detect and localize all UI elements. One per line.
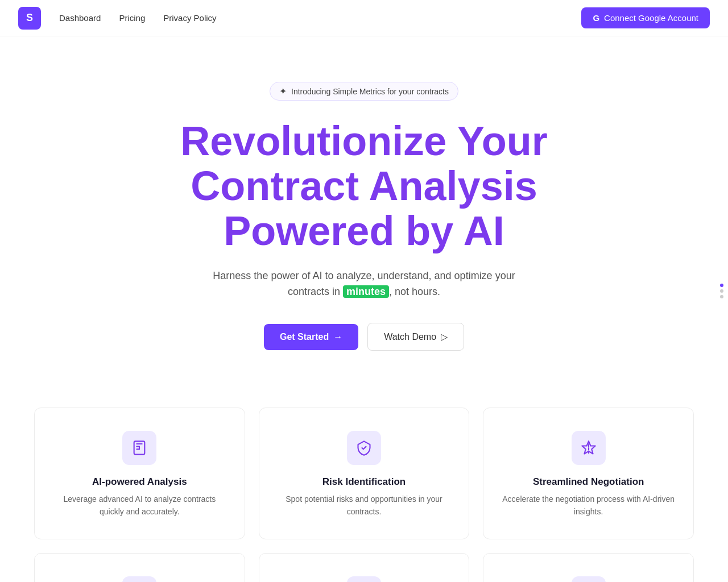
hero-subtitle-post: , not hours. bbox=[389, 286, 440, 297]
hero-section: ✦ Introducing Simple Metrics for your co… bbox=[0, 36, 728, 385]
feature-row-2: Cost Reduction Significantly reduce lega… bbox=[34, 553, 694, 582]
connect-google-button[interactable]: G Connect Google Account bbox=[581, 7, 710, 28]
logo[interactable]: S bbox=[18, 7, 41, 30]
ai-analysis-icon bbox=[122, 431, 156, 465]
compliance-icon bbox=[347, 576, 381, 582]
scrollbar[interactable] bbox=[720, 284, 723, 298]
feature-turnaround: Faster Turnaround Complete contract revi… bbox=[483, 553, 694, 582]
navbar: S Dashboard Pricing Privacy Policy G Con… bbox=[0, 0, 728, 36]
risk-icon bbox=[347, 431, 381, 465]
hero-title: Revolutionize Your Contract Analysis Pow… bbox=[108, 119, 620, 254]
watch-demo-label: Watch Demo bbox=[384, 332, 436, 342]
negotiation-title: Streamlined Negotiation bbox=[533, 476, 644, 488]
nav-dashboard[interactable]: Dashboard bbox=[59, 13, 101, 23]
negotiation-icon bbox=[572, 431, 606, 465]
features-section: AI-powered Analysis Leverage advanced AI… bbox=[0, 385, 728, 582]
sparkle-icon: ✦ bbox=[279, 86, 287, 97]
play-icon: ▷ bbox=[441, 331, 448, 342]
watch-demo-button[interactable]: Watch Demo ▷ bbox=[367, 323, 464, 351]
feature-cost-reduction: Cost Reduction Significantly reduce lega… bbox=[34, 553, 245, 582]
risk-title: Risk Identification bbox=[322, 476, 406, 488]
arrow-icon: → bbox=[333, 332, 342, 342]
feature-risk-identification: Risk Identification Spot potential risks… bbox=[259, 408, 470, 539]
turnaround-icon bbox=[572, 576, 606, 582]
feature-row-1: AI-powered Analysis Leverage advanced AI… bbox=[34, 408, 694, 539]
feature-negotiation: Streamlined Negotiation Accelerate the n… bbox=[483, 408, 694, 539]
nav-privacy[interactable]: Privacy Policy bbox=[163, 13, 216, 23]
get-started-button[interactable]: Get Started → bbox=[264, 324, 358, 350]
hero-subtitle: Harness the power of AI to analyze, unde… bbox=[205, 268, 523, 301]
hero-subtitle-highlight: minutes bbox=[343, 285, 389, 298]
risk-desc: Spot potential risks and opportunities i… bbox=[278, 493, 451, 518]
feature-compliance: Improved Compliance Ensure your contract… bbox=[259, 553, 470, 582]
get-started-label: Get Started bbox=[280, 332, 329, 342]
feature-ai-analysis: AI-powered Analysis Leverage advanced AI… bbox=[34, 408, 245, 539]
ai-analysis-desc: Leverage advanced AI to analyze contract… bbox=[53, 493, 226, 518]
negotiation-desc: Accelerate the negotiation process with … bbox=[502, 493, 675, 518]
hero-badge: ✦ Introducing Simple Metrics for your co… bbox=[270, 82, 458, 101]
nav-pricing[interactable]: Pricing bbox=[119, 13, 145, 23]
ai-analysis-title: AI-powered Analysis bbox=[92, 476, 187, 488]
google-icon: G bbox=[593, 13, 599, 23]
hero-buttons: Get Started → Watch Demo ▷ bbox=[264, 323, 464, 351]
hero-badge-text: Introducing Simple Metrics for your cont… bbox=[291, 87, 449, 96]
cost-icon bbox=[122, 576, 156, 582]
nav-links: Dashboard Pricing Privacy Policy bbox=[59, 13, 581, 23]
